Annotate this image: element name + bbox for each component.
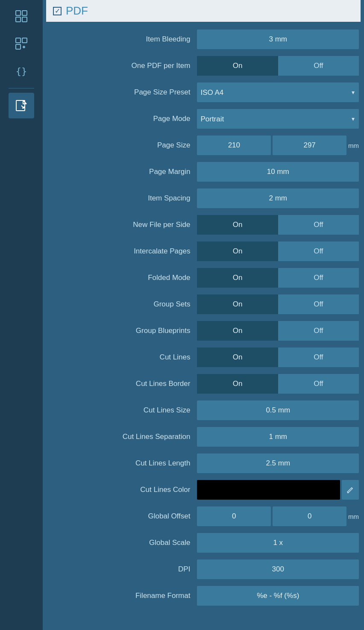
page-mode-row: Page Mode Portrait Landscape ▾ xyxy=(48,106,359,132)
group-sets-off[interactable]: Off xyxy=(278,294,359,314)
intercalate-pages-control: On Off xyxy=(197,241,359,261)
header-bar: ✓ PDF xyxy=(46,0,361,22)
group-sets-toggle: On Off xyxy=(197,294,359,314)
cut-lines-border-control: On Off xyxy=(197,374,359,394)
cut-lines-toggle: On Off xyxy=(197,347,359,367)
one-pdf-per-item-control: On Off xyxy=(197,56,359,76)
one-pdf-per-item-on[interactable]: On xyxy=(197,56,278,76)
cut-lines-size-control xyxy=(197,400,359,420)
folded-mode-off[interactable]: Off xyxy=(278,268,359,288)
folded-mode-label: Folded Mode xyxy=(48,274,197,282)
svg-rect-6 xyxy=(16,44,21,49)
folded-mode-row: Folded Mode On Off xyxy=(48,265,359,291)
sidebar: {} xyxy=(0,0,43,630)
page-size-preset-label: Page Size Preset xyxy=(48,88,197,97)
intercalate-pages-off[interactable]: Off xyxy=(278,241,359,261)
cut-lines-border-off[interactable]: Off xyxy=(278,374,359,394)
one-pdf-per-item-label: One PDF per Item xyxy=(48,62,197,70)
new-file-per-side-control: On Off xyxy=(197,215,359,235)
svg-rect-1 xyxy=(22,11,27,15)
global-offset-row: Global Offset mm xyxy=(48,503,359,530)
filename-format-control xyxy=(197,586,359,606)
page-size-row: Page Size mm xyxy=(48,132,359,159)
page-size-unit: mm xyxy=(348,142,359,149)
main-content: ✓ PDF Item Bleeding One PDF per Item On … xyxy=(43,0,364,630)
folded-mode-on[interactable]: On xyxy=(197,268,278,288)
form-area: Item Bleeding One PDF per Item On Off Pa… xyxy=(46,22,361,613)
cut-lines-border-toggle: On Off xyxy=(197,374,359,394)
group-sets-label: Group Sets xyxy=(48,300,197,309)
group-sets-on[interactable]: On xyxy=(197,294,278,314)
filename-format-input[interactable] xyxy=(197,586,359,606)
cut-lines-on[interactable]: On xyxy=(197,347,278,367)
item-spacing-input[interactable] xyxy=(197,188,359,208)
page-mode-select[interactable]: Portrait Landscape xyxy=(197,109,359,129)
page-margin-label: Page Margin xyxy=(48,168,197,176)
cut-lines-off[interactable]: Off xyxy=(278,347,359,367)
cut-lines-border-on[interactable]: On xyxy=(197,374,278,394)
item-spacing-label: Item Spacing xyxy=(48,194,197,203)
global-scale-input[interactable] xyxy=(197,533,359,553)
cut-lines-label: Cut Lines xyxy=(48,353,197,362)
one-pdf-per-item-off[interactable]: Off xyxy=(278,56,359,76)
page-size-preset-row: Page Size Preset ISO A4 ISO A3 Letter Cu… xyxy=(48,79,359,106)
cut-lines-color-swatch[interactable] xyxy=(197,480,340,500)
group-blueprints-on[interactable]: On xyxy=(197,321,278,341)
page-size-height-input[interactable] xyxy=(273,135,346,155)
dpi-row: DPI xyxy=(48,556,359,583)
new-file-per-side-on[interactable]: On xyxy=(197,215,278,235)
item-spacing-row: Item Spacing xyxy=(48,185,359,212)
new-file-per-side-off[interactable]: Off xyxy=(278,215,359,235)
folded-mode-control: On Off xyxy=(197,268,359,288)
cut-lines-border-label: Cut Lines Border xyxy=(48,380,197,388)
page-size-preset-wrapper: ISO A4 ISO A3 Letter Custom ▾ xyxy=(197,82,359,102)
cut-lines-length-label: Cut Lines Length xyxy=(48,459,197,468)
cut-lines-separation-row: Cut Lines Separation xyxy=(48,424,359,450)
group-blueprints-toggle: On Off xyxy=(197,321,359,341)
page-margin-row: Page Margin xyxy=(48,159,359,185)
global-offset-x-input[interactable] xyxy=(197,506,271,526)
cut-lines-length-row: Cut Lines Length xyxy=(48,450,359,477)
item-bleeding-control xyxy=(197,29,359,49)
global-scale-control xyxy=(197,533,359,553)
cut-lines-size-input[interactable] xyxy=(197,400,359,420)
svg-rect-0 xyxy=(16,11,21,15)
intercalate-pages-on[interactable]: On xyxy=(197,241,278,261)
page-mode-control: Portrait Landscape ▾ xyxy=(197,109,359,129)
cut-lines-separation-input[interactable] xyxy=(197,427,359,447)
pdf-checkbox[interactable]: ✓ xyxy=(53,7,62,15)
grid-icon[interactable] xyxy=(9,3,34,29)
group-sets-control: On Off xyxy=(197,294,359,314)
page-size-label: Page Size xyxy=(48,141,197,150)
global-offset-label: Global Offset xyxy=(48,512,197,521)
page-size-width-input[interactable] xyxy=(197,135,271,155)
page-size-preset-select[interactable]: ISO A4 ISO A3 Letter Custom xyxy=(197,82,359,102)
item-spacing-control xyxy=(197,188,359,208)
group-sets-row: Group Sets On Off xyxy=(48,291,359,318)
page-mode-label: Page Mode xyxy=(48,115,197,123)
global-scale-row: Global Scale xyxy=(48,530,359,556)
add-grid-icon[interactable] xyxy=(9,31,34,56)
cut-lines-color-edit-button[interactable] xyxy=(342,480,359,500)
intercalate-pages-label: Intercalate Pages xyxy=(48,247,197,256)
global-scale-label: Global Scale xyxy=(48,539,197,547)
dpi-label: DPI xyxy=(48,565,197,574)
cut-lines-length-control xyxy=(197,453,359,473)
export-icon[interactable] xyxy=(9,93,34,118)
group-blueprints-control: On Off xyxy=(197,321,359,341)
cut-lines-color-control xyxy=(197,480,359,500)
item-bleeding-input[interactable] xyxy=(197,29,359,49)
cut-lines-length-input[interactable] xyxy=(197,453,359,473)
dpi-input[interactable] xyxy=(197,559,359,579)
page-margin-control xyxy=(197,162,359,182)
page-margin-input[interactable] xyxy=(197,162,359,182)
header-title: PDF xyxy=(66,4,88,18)
filename-format-row: Filename Format xyxy=(48,583,359,609)
group-blueprints-off[interactable]: Off xyxy=(278,321,359,341)
new-file-per-side-label: New File per Side xyxy=(48,221,197,229)
group-blueprints-label: Group Blueprints xyxy=(48,327,197,335)
sidebar-divider xyxy=(9,88,34,88)
cut-lines-color-row: Cut Lines Color xyxy=(48,477,359,503)
global-offset-y-input[interactable] xyxy=(273,506,346,526)
code-icon[interactable]: {} xyxy=(9,58,34,84)
